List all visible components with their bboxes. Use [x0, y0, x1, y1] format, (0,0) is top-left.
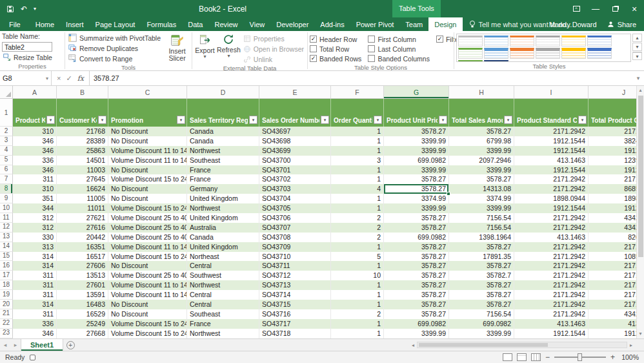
cell-H19[interactable]: 3578.27 [449, 290, 514, 300]
cell-A18[interactable]: 311 [13, 280, 57, 290]
select-all-corner[interactable] [0, 86, 13, 99]
cell-J17[interactable]: 21712.942 [589, 271, 636, 280]
tab-review[interactable]: Review [208, 17, 243, 31]
cell-A22[interactable]: 336 [13, 319, 57, 329]
page-break-view-icon[interactable] [531, 353, 541, 361]
style-option-first-column[interactable]: First Column [368, 34, 430, 44]
sheet-tab-sheet1[interactable]: Sheet1 [21, 339, 63, 351]
cell-B3[interactable]: 28389 [57, 136, 108, 146]
cell-H16[interactable]: 3578.27 [449, 261, 514, 271]
close-icon[interactable]: × [625, 0, 644, 17]
tab-file[interactable]: File [0, 17, 30, 31]
cell-D10[interactable]: Northwest [187, 203, 259, 213]
zoom-slider[interactable] [554, 357, 606, 358]
column-header-F[interactable]: F [331, 86, 384, 99]
cell-E22[interactable]: SO43717 [259, 319, 331, 329]
cell-G14[interactable]: 3578.27 [384, 242, 449, 252]
cell-A15[interactable]: 314 [13, 252, 57, 262]
cell-D6[interactable]: France [187, 165, 259, 175]
cell-H12[interactable]: 7156.54 [449, 223, 514, 233]
cell-B5[interactable]: 14501 [57, 156, 108, 165]
cell-D19[interactable]: Central [187, 290, 259, 300]
cell-H3[interactable]: 6799.98 [449, 136, 514, 146]
row-header-18[interactable]: 18 [0, 280, 13, 290]
filter-icon[interactable]: ▾ [578, 116, 587, 124]
cell-J12[interactable]: 4342.5884 [589, 223, 636, 233]
cell-E2[interactable]: SO43697 [259, 127, 331, 136]
new-sheet-button[interactable]: + [63, 339, 77, 351]
cell-F19[interactable]: 1 [331, 290, 384, 300]
resize-table-button[interactable]: Resize Table [2, 52, 63, 62]
row-header-19[interactable]: 19 [0, 290, 13, 300]
cell-C9[interactable]: No Discount [108, 194, 187, 203]
filter-icon[interactable]: ▾ [321, 116, 329, 124]
column-header-G[interactable]: G [384, 86, 449, 99]
formula-input[interactable]: 3578.27 [90, 71, 632, 85]
cell-E16[interactable]: SO43711 [259, 261, 331, 271]
style-option-banded-rows[interactable]: ✓Banded Rows [310, 54, 361, 63]
cell-H11[interactable]: 7156.54 [449, 213, 514, 223]
cell-E12[interactable]: SO43707 [259, 223, 331, 233]
cell-B9[interactable]: 11005 [57, 194, 108, 203]
cell-I9[interactable]: 1898.0944 [514, 194, 589, 203]
zoom-slider-handle[interactable] [578, 353, 582, 361]
cell-G21[interactable]: 3578.27 [384, 309, 449, 319]
cell-G22[interactable]: 699.0982 [384, 319, 449, 329]
cell-F23[interactable]: 1 [331, 329, 384, 338]
sheet-nav-right-icon[interactable]: ▸ [10, 339, 21, 351]
row-header-12[interactable]: 12 [0, 223, 13, 233]
cell-F5[interactable]: 3 [331, 156, 384, 165]
minimize-icon[interactable]: — [586, 0, 605, 17]
table-style-swatch-2-2[interactable] [510, 48, 534, 59]
cell-H10[interactable]: 3399.99 [449, 203, 514, 213]
cell-I23[interactable]: 1912.1544 [514, 329, 589, 338]
column-header-J[interactable]: J [589, 86, 636, 99]
cell-A17[interactable]: 311 [13, 271, 57, 280]
cell-C22[interactable]: Volume Discount 15 to 24 [108, 319, 187, 329]
style-option-header-row[interactable]: ✓Header Row [310, 34, 361, 44]
cell-C14[interactable]: Volume Discount 11 to 14 [108, 242, 187, 252]
row-header-14[interactable]: 14 [0, 242, 13, 252]
cell-H6[interactable]: 3399.99 [449, 165, 514, 175]
export-button[interactable]: Export ▾ [194, 32, 216, 64]
cell-F7[interactable]: 1 [331, 174, 384, 184]
cell-H14[interactable]: 3578.27 [449, 242, 514, 252]
cell-E9[interactable]: SO43704 [259, 194, 331, 203]
cell-G11[interactable]: 3578.27 [384, 213, 449, 223]
vertical-scrollbar[interactable]: ▴ ▾ [636, 86, 644, 338]
row-header-9[interactable]: 9 [0, 194, 13, 203]
cell-I15[interactable]: 2171.2942 [514, 252, 589, 262]
cell-B4[interactable]: 25863 [57, 146, 108, 156]
cell-I8[interactable]: 2171.2942 [514, 184, 589, 194]
tab-data[interactable]: Data [182, 17, 208, 31]
cell-G12[interactable]: 3578.27 [384, 223, 449, 233]
cancel-icon[interactable]: × [57, 74, 61, 82]
cell-I3[interactable]: 1912.1544 [514, 136, 589, 146]
scroll-right-icon[interactable]: ▸ [627, 342, 635, 348]
row-header-16[interactable]: 16 [0, 261, 13, 271]
column-header-A[interactable]: A [13, 86, 57, 99]
cell-F11[interactable]: 2 [331, 213, 384, 223]
cell-B16[interactable]: 27606 [57, 261, 108, 271]
cell-I14[interactable]: 2171.2942 [514, 242, 589, 252]
style-option-total-row[interactable]: Total Row [310, 44, 361, 54]
cell-G18[interactable]: 3578.27 [384, 280, 449, 290]
share-button[interactable]: Share [607, 21, 636, 28]
restore-icon[interactable] [605, 0, 625, 17]
cell-B14[interactable]: 16351 [57, 242, 108, 252]
cell-E18[interactable]: SO43713 [259, 280, 331, 290]
cell-A14[interactable]: 313 [13, 242, 57, 252]
page-layout-view-icon[interactable] [517, 353, 527, 361]
table-style-swatch-2-5[interactable] [587, 48, 612, 59]
cell-D20[interactable]: Central [187, 300, 259, 309]
insert-slicer-button[interactable]: Insert Slicer [165, 32, 190, 63]
tab-team[interactable]: Team [399, 17, 428, 31]
row-header-8[interactable]: 8 [0, 184, 13, 194]
cell-F16[interactable]: 1 [331, 261, 384, 271]
insert-function-icon[interactable]: fx [77, 74, 84, 83]
row-header-6[interactable]: 6 [0, 165, 13, 175]
table-style-swatch-2-3[interactable] [536, 48, 560, 59]
normal-view-icon[interactable] [503, 353, 512, 361]
cell-C5[interactable]: Volume Discount 11 to 14 [108, 156, 187, 165]
style-option-last-column[interactable]: Last Column [368, 44, 430, 54]
